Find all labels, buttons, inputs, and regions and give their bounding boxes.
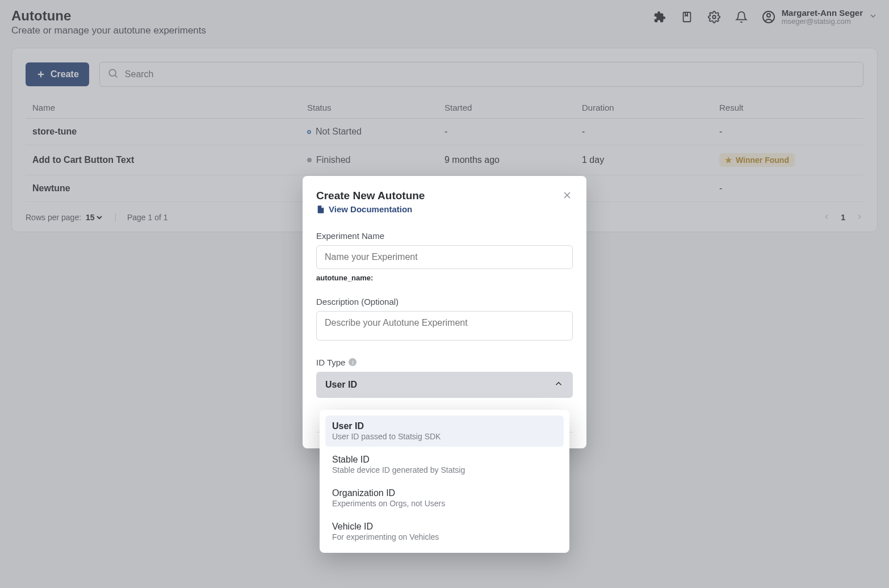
- id-type-select[interactable]: User ID: [316, 372, 573, 398]
- dropdown-item[interactable]: Stable IDStable device ID generated by S…: [325, 449, 564, 480]
- experiment-name-input[interactable]: [316, 245, 573, 269]
- dropdown-item-desc: Stable device ID generated by Statsig: [332, 465, 557, 474]
- create-autotune-modal: Create New Autotune View Documentation E…: [303, 176, 586, 448]
- modal-title: Create New Autotune: [316, 190, 425, 202]
- close-modal-button[interactable]: [561, 190, 573, 203]
- view-documentation-link[interactable]: View Documentation: [316, 204, 412, 214]
- description-input[interactable]: [316, 311, 573, 341]
- id-type-selected-value: User ID: [325, 380, 357, 390]
- id-type-dropdown: User IDUser ID passed to Statsig SDKStab…: [320, 410, 569, 553]
- autotune-slug-label: autotune_name:: [316, 274, 573, 282]
- view-documentation-label: View Documentation: [329, 204, 412, 214]
- id-type-label: ID Type i: [316, 358, 573, 367]
- dropdown-item[interactable]: Organization IDExperiments on Orgs, not …: [325, 482, 564, 514]
- dropdown-item[interactable]: User IDUser ID passed to Statsig SDK: [325, 415, 564, 447]
- chevron-up-icon: [553, 379, 564, 391]
- dropdown-item[interactable]: Vehicle IDFor experimenting on Vehicles: [325, 516, 564, 547]
- dropdown-item-desc: For experimenting on Vehicles: [332, 532, 557, 541]
- description-label: Description (Optional): [316, 297, 573, 306]
- dropdown-item-title: Stable ID: [332, 455, 557, 465]
- info-icon[interactable]: i: [349, 358, 357, 366]
- dropdown-item-title: Vehicle ID: [332, 522, 557, 532]
- dropdown-item-title: User ID: [332, 421, 557, 431]
- dropdown-item-desc: Experiments on Orgs, not Users: [332, 499, 557, 508]
- dropdown-item-desc: User ID passed to Statsig SDK: [332, 432, 557, 441]
- dropdown-item-title: Organization ID: [332, 488, 557, 498]
- experiment-name-label: Experiment Name: [316, 231, 573, 241]
